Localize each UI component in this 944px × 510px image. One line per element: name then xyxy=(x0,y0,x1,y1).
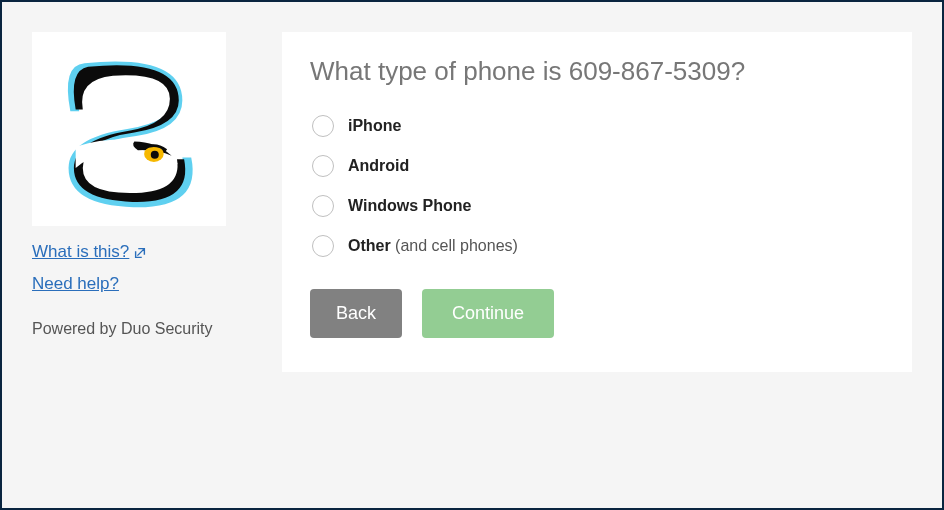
help-links: What is this? Need help? xyxy=(32,242,232,300)
external-link-icon xyxy=(133,245,147,259)
svg-point-1 xyxy=(151,151,159,159)
enrollment-panel: What type of phone is 609-867-5309? iPho… xyxy=(282,32,912,372)
option-label: iPhone xyxy=(348,117,401,135)
back-button[interactable]: Back xyxy=(310,289,402,338)
option-windows-phone[interactable]: Windows Phone xyxy=(312,195,884,217)
what-is-this-label: What is this? xyxy=(32,242,129,262)
need-help-link[interactable]: Need help? xyxy=(32,274,119,294)
phone-type-options: iPhone Android Windows Phone Other (and … xyxy=(310,115,884,257)
option-label: Android xyxy=(348,157,409,175)
heading-suffix: ? xyxy=(731,56,745,86)
option-label: Windows Phone xyxy=(348,197,471,215)
what-is-this-link[interactable]: What is this? xyxy=(32,242,147,262)
phone-number: 609-867-5309 xyxy=(569,56,731,86)
radio-icon xyxy=(312,195,334,217)
heading-prefix: What type of phone is xyxy=(310,56,569,86)
sidebar: What is this? Need help? Powered by Duo … xyxy=(32,32,232,478)
option-android[interactable]: Android xyxy=(312,155,884,177)
option-label: Other (and cell phones) xyxy=(348,237,518,255)
radio-icon xyxy=(312,235,334,257)
phone-type-heading: What type of phone is 609-867-5309? xyxy=(310,56,884,87)
option-iphone[interactable]: iPhone xyxy=(312,115,884,137)
radio-icon xyxy=(312,155,334,177)
option-other[interactable]: Other (and cell phones) xyxy=(312,235,884,257)
continue-button: Continue xyxy=(422,289,554,338)
need-help-label: Need help? xyxy=(32,274,119,294)
button-row: Back Continue xyxy=(310,289,884,338)
org-logo xyxy=(32,32,226,226)
radio-icon xyxy=(312,115,334,137)
powered-by-text: Powered by Duo Security xyxy=(32,320,232,338)
